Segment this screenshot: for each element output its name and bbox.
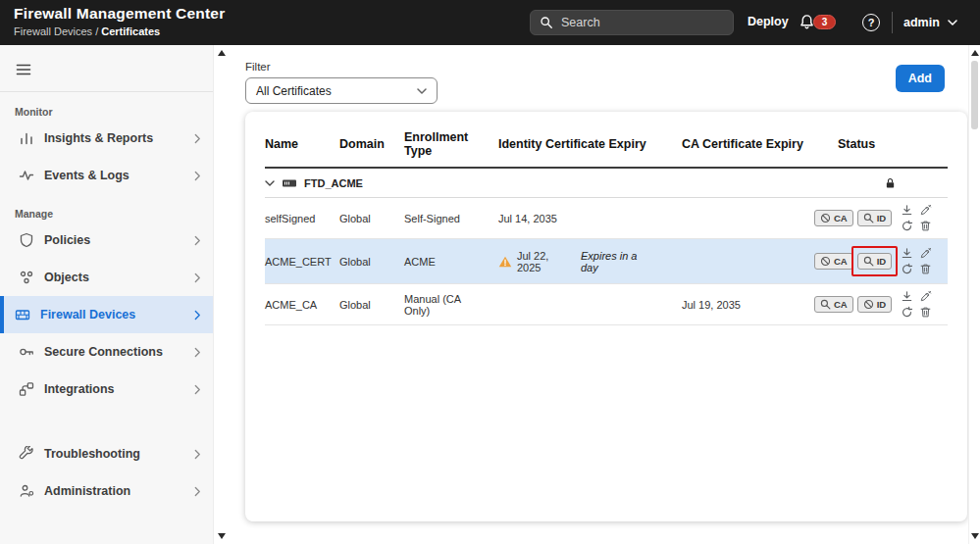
scroll-down-arrow[interactable]: [218, 533, 226, 539]
sidebar-item-label: Secure Connections: [44, 345, 184, 359]
chevron-right-icon: [194, 384, 201, 395]
page-scrollbar[interactable]: [968, 45, 980, 544]
export-icon[interactable]: [901, 247, 913, 260]
reenroll-icon[interactable]: [919, 247, 932, 260]
identity-expiry-date: Jul 14, 2035: [498, 213, 557, 224]
global-search[interactable]: [530, 10, 734, 35]
search-input[interactable]: [561, 16, 708, 29]
table-row-selected[interactable]: ACME_CERT Global ACME Jul 22, 2025 Expir…: [265, 239, 948, 284]
menu-toggle-icon[interactable]: [15, 62, 32, 77]
circle-slash-icon: [820, 256, 831, 267]
badge-label: ID: [877, 256, 887, 267]
scrollbar-thumb[interactable]: [971, 61, 978, 129]
id-cert-badge[interactable]: ID: [857, 210, 893, 226]
chevron-right-icon: [194, 486, 201, 497]
refresh-icon[interactable]: [901, 263, 913, 275]
troubleshooting-wrench-icon: [19, 446, 34, 462]
id-cert-badge[interactable]: ID: [857, 296, 893, 313]
refresh-icon[interactable]: [901, 220, 913, 232]
sidebar-item-label: Troubleshooting: [44, 447, 184, 461]
chevron-down-icon: [417, 88, 427, 94]
add-certificate-button[interactable]: Add: [896, 65, 945, 92]
chevron-right-icon: [194, 449, 201, 460]
scroll-down-arrow[interactable]: [971, 533, 979, 539]
badge-label: ID: [877, 299, 887, 310]
id-cert-badge[interactable]: ID: [857, 253, 893, 270]
export-icon[interactable]: [901, 204, 913, 217]
integrations-icon: [19, 381, 34, 397]
deploy-button[interactable]: Deploy: [748, 15, 789, 28]
chevron-right-icon: [194, 235, 201, 246]
certificates-toolbar: Filter All Certificates Add: [228, 45, 968, 108]
scroll-up-arrow[interactable]: [971, 50, 979, 56]
lock-icon: [884, 176, 897, 190]
sidebar-spacer: [0, 408, 213, 435]
sidebar-scrollbar[interactable]: [215, 45, 228, 544]
sidebar-item-label: Integrations: [44, 382, 184, 396]
magnifier-icon: [863, 213, 874, 223]
delete-icon[interactable]: [919, 306, 932, 319]
sidebar-item-administration[interactable]: Administration: [0, 472, 213, 510]
scroll-up-arrow[interactable]: [218, 50, 226, 56]
main-content: Filter All Certificates Add Name Domain …: [228, 45, 968, 544]
table-row[interactable]: selfSigned Global Self-Signed Jul 14, 20…: [265, 198, 948, 239]
refresh-icon[interactable]: [901, 306, 913, 319]
objects-icon: [19, 270, 34, 285]
cert-domain: Global: [339, 299, 404, 311]
device-group-row[interactable]: FTD_ACME: [265, 169, 948, 198]
chevron-right-icon: [194, 310, 201, 321]
delete-icon[interactable]: [919, 263, 932, 275]
cert-name: ACME_CERT: [265, 256, 339, 268]
reenroll-icon[interactable]: [919, 290, 932, 303]
identity-expiry-date: Jul 22, 2025: [517, 250, 568, 273]
certificates-table-card: Name Domain Enrollment Type Identity Cer…: [245, 112, 967, 521]
cert-enrollment: Manual (CA Only): [404, 293, 498, 317]
sidebar-item-objects[interactable]: Objects: [0, 259, 213, 296]
sidebar-item-policies[interactable]: Policies: [0, 222, 213, 259]
sidebar-item-label: Administration: [44, 484, 184, 498]
sidebar-item-events-logs[interactable]: Events & Logs: [0, 157, 213, 194]
magnifier-icon: [820, 299, 831, 310]
cert-enrollment: ACME: [404, 256, 498, 268]
reenroll-icon[interactable]: [919, 204, 932, 217]
column-header-name: Name: [265, 137, 339, 151]
collapse-caret-icon[interactable]: [265, 180, 275, 186]
help-button[interactable]: ?: [862, 14, 880, 31]
badge-label: CA: [834, 213, 848, 223]
table-row[interactable]: ACME_CA Global Manual (CA Only) Jul 19, …: [265, 284, 948, 325]
topbar-divider: [892, 12, 893, 33]
sidebar-item-firewall-devices[interactable]: Firewall Devices: [0, 296, 213, 333]
notification-count-badge[interactable]: 3: [813, 15, 836, 29]
status-badges: CA ID: [814, 210, 901, 226]
certificate-filter-select[interactable]: All Certificates: [245, 77, 438, 104]
delete-icon[interactable]: [919, 220, 932, 232]
ca-cert-badge[interactable]: CA: [814, 210, 853, 226]
user-label: admin: [903, 16, 940, 29]
user-menu[interactable]: admin: [903, 16, 957, 29]
magnifier-icon: [863, 256, 874, 267]
table-header-row: Name Domain Enrollment Type Identity Cer…: [265, 122, 948, 169]
ca-cert-badge[interactable]: CA: [814, 253, 853, 270]
sidebar-item-label: Insights & Reports: [44, 131, 184, 145]
column-header-status: Status: [814, 137, 901, 151]
breadcrumb-separator: /: [95, 25, 98, 37]
cert-domain: Global: [339, 213, 404, 224]
sidebar-item-integrations[interactable]: Integrations: [0, 371, 213, 408]
sidebar-section-monitor: Monitor: [15, 106, 213, 118]
breadcrumb-section[interactable]: Firewall Devices: [14, 25, 92, 37]
sidebar-section-manage: Manage: [15, 208, 213, 220]
identity-expiry-note: Expires in a day: [581, 250, 667, 273]
status-badges: CA ID: [814, 296, 901, 313]
sidebar-item-secure-connections[interactable]: Secure Connections: [0, 333, 213, 371]
sidebar-item-insights-reports[interactable]: Insights & Reports: [0, 120, 213, 157]
export-icon[interactable]: [901, 290, 913, 303]
firewall-devices-icon: [15, 307, 30, 322]
sidebar-item-label: Events & Logs: [44, 169, 184, 182]
cert-name: selfSigned: [265, 213, 339, 224]
cert-domain: Global: [339, 256, 404, 268]
badge-label: CA: [834, 256, 848, 267]
ca-cert-badge[interactable]: CA: [814, 296, 853, 313]
sidebar-item-troubleshooting[interactable]: Troubleshooting: [0, 435, 213, 472]
chevron-right-icon: [194, 347, 201, 358]
sidebar-item-label: Policies: [44, 233, 184, 247]
